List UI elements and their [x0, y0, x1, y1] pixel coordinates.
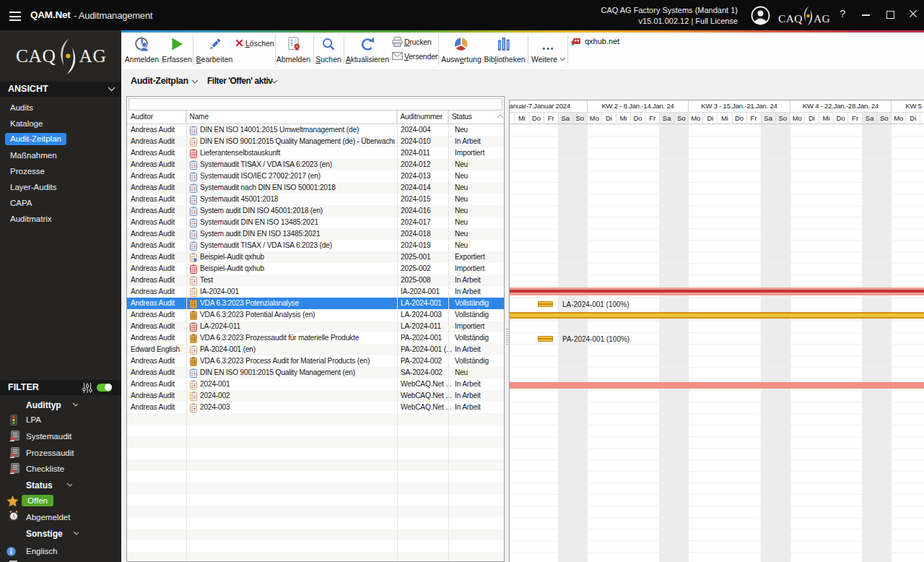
svg-text:CAQ: CAQ — [16, 46, 56, 66]
svg-text:AG: AG — [79, 46, 107, 66]
svg-text:AG: AG — [814, 12, 830, 25]
svg-text:CAQ: CAQ — [778, 12, 803, 25]
